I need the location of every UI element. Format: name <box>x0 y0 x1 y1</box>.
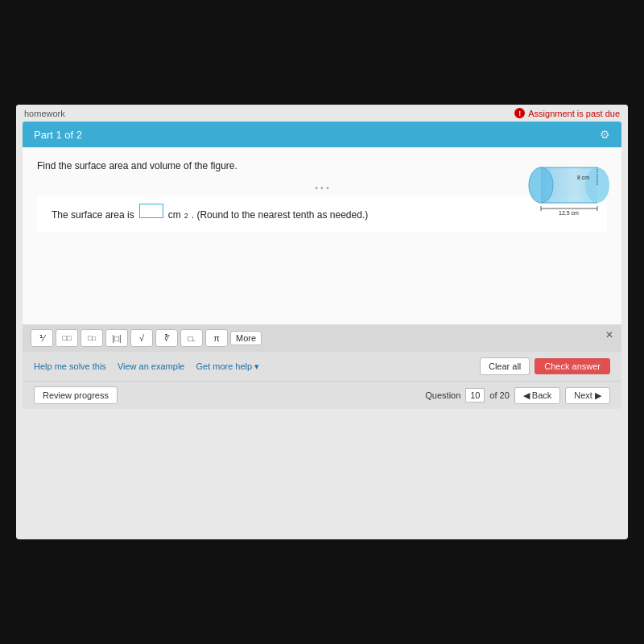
check-answer-button[interactable]: Check answer <box>535 358 610 374</box>
math-buttons-group: ⅟ □□ □□ |□| √ ∛ □. π More <box>31 329 262 347</box>
mixed-num-btn[interactable]: □□ <box>56 329 78 347</box>
svg-text:8 cm: 8 cm <box>577 175 589 180</box>
sqrt-btn[interactable]: √ <box>130 329 153 347</box>
answer-suffix: . (Round to the nearest tenth as needed.… <box>192 209 368 221</box>
view-example-link[interactable]: View an example <box>118 361 185 372</box>
cbrt-btn[interactable]: ∛ <box>155 329 178 347</box>
cylinder-figure: 8 cm 12.5 cm <box>525 155 613 216</box>
answer-line: The surface area is cm2 . (Round to the … <box>52 204 592 221</box>
figure-area: 8 cm 12.5 cm <box>525 155 613 219</box>
warning-icon: ! <box>514 108 525 118</box>
decimal-btn[interactable]: □. <box>180 329 203 347</box>
back-button[interactable]: ◀ Back <box>514 387 561 404</box>
question-text: Find the surface area and volume of the … <box>37 160 607 171</box>
more-btn[interactable]: More <box>230 331 262 345</box>
next-button[interactable]: Next ▶ <box>565 387 610 404</box>
question-number[interactable]: 10 <box>465 388 485 402</box>
question-navigation: Question 10 of 20 ◀ Back Next ▶ <box>425 387 610 404</box>
pi-btn[interactable]: π <box>205 329 228 347</box>
get-more-help-link[interactable]: Get more help ▾ <box>196 361 259 372</box>
part-header: Part 1 of 2 ⚙ <box>23 122 621 147</box>
absolute-btn[interactable]: |□| <box>105 329 128 347</box>
answer-prefix: The surface area is <box>52 209 134 221</box>
help-links: Help me solve this View an example Get m… <box>34 361 259 372</box>
of-label: of 20 <box>489 390 509 400</box>
svg-text:12.5 cm: 12.5 cm <box>559 210 579 216</box>
review-progress-button[interactable]: Review progress <box>34 386 118 404</box>
part-title: Part 1 of 2 <box>34 129 82 141</box>
close-toolbar-icon[interactable]: ✕ <box>605 329 613 341</box>
answer-section: The surface area is cm2 . (Round to the … <box>37 196 607 232</box>
action-buttons: Clear all Check answer <box>480 357 610 375</box>
exponent-btn[interactable]: □□ <box>80 329 103 347</box>
clear-all-button[interactable]: Clear all <box>480 357 530 375</box>
main-content-card: Part 1 of 2 ⚙ Find the surface area and … <box>23 122 621 409</box>
question-label: Question <box>425 390 460 400</box>
math-toolbar: ⅟ □□ □□ |□| √ ∛ □. π More ✕ <box>23 324 621 352</box>
homework-label: homework <box>24 109 65 118</box>
bottom-bar: Help me solve this View an example Get m… <box>23 352 621 381</box>
answer-input-box[interactable] <box>139 204 163 218</box>
navigation-bar: Review progress Question 10 of 20 ◀ Back… <box>23 381 621 409</box>
help-me-solve-link[interactable]: Help me solve this <box>34 361 106 372</box>
divider-dots: • • • <box>37 180 607 196</box>
answer-superscript: 2 <box>184 212 188 220</box>
fraction-btn[interactable]: ⅟ <box>31 329 53 347</box>
question-area: Find the surface area and volume of the … <box>23 147 621 324</box>
answer-unit: cm <box>168 209 181 221</box>
settings-icon[interactable]: ⚙ <box>600 128 610 141</box>
assignment-status: ! Assignment is past due <box>514 108 620 118</box>
